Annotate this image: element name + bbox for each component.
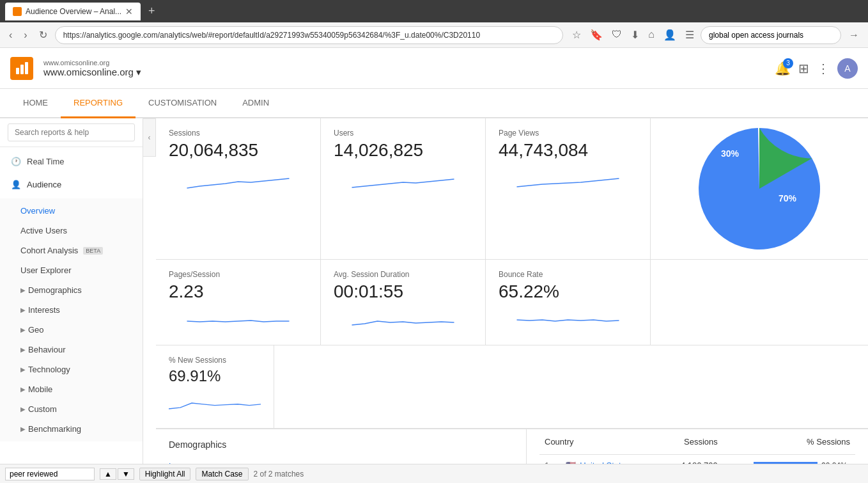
metrics-row-3: % New Sessions 69.91% [156,345,868,429]
metric-users: Users 14,026,825 [321,118,486,259]
sessions-label: Sessions [169,129,307,138]
pageviews-value: 44,743,084 [499,140,637,161]
find-input[interactable] [5,468,95,480]
tab-close-icon[interactable]: ✕ [125,6,133,17]
back-button[interactable]: ‹ [5,27,16,44]
site-name[interactable]: www.omicsonline.org ▾ [43,67,764,78]
pageviews-chart [499,166,637,191]
metric-sessions: Sessions 20,064,835 [156,118,321,259]
beta-badge: BETA [83,247,103,255]
sidebar-item-geo[interactable]: ▶ Geo [0,320,143,340]
sidebar-item-technology[interactable]: ▶ Technology [0,360,143,379]
sessions-value: 20,064,835 [169,140,307,161]
refresh-button[interactable]: ↻ [35,26,51,44]
sidebar-item-audience[interactable]: 👤 Audience [0,173,143,196]
browser-tab[interactable]: Audience Overview – Anal... ✕ [5,3,141,20]
new-sessions-value: 69.91% [169,367,261,385]
notification-badge: 3 [783,58,793,68]
notifications-icon[interactable]: 🔔 3 [775,61,791,76]
avg-duration-value: 00:01:55 [334,281,472,302]
expand-arrow-icon: ▶ [20,326,26,333]
sidebar-interests-label: Interests [28,305,60,315]
user-icon[interactable]: 👤 [661,28,679,42]
sidebar-item-demographics[interactable]: ▶ Demographics [0,280,143,300]
users-label: Users [334,129,472,138]
tab-home[interactable]: HOME [10,89,61,118]
header-icons: 🔔 3 ⊞ ⋮ A [775,58,858,79]
svg-rect-2 [25,62,28,74]
expand-arrow-icon: ▶ [20,386,26,393]
new-tab-button[interactable]: + [144,4,159,18]
download-icon[interactable]: ⬇ [628,28,642,42]
star-icon[interactable]: ☆ [570,28,584,42]
sidebar-search-container [0,118,143,147]
sidebar-item-active-users[interactable]: Active Users [0,221,143,241]
match-case-button[interactable]: Match Case [196,468,248,480]
metric-pageviews: Page Views 44,743,084 [486,118,651,259]
metric-bounce-rate: Bounce Rate 65.22% [486,260,651,345]
forward-button[interactable]: › [20,27,31,44]
sidebar-overview-label: Overview [20,206,55,216]
pages-per-session-label: Pages/Session [169,270,307,279]
highlight-all-button[interactable]: Highlight All [139,468,191,480]
metrics-row-2: Pages/Session 2.23 Avg. Session Duration… [156,260,868,345]
sidebar-item-behaviour[interactable]: ▶ Behaviour [0,340,143,360]
bottom-search-bar: ▲ ▼ Highlight All Match Case 2 of 2 matc… [0,464,868,483]
dropdown-arrow-icon: ▾ [136,67,141,78]
more-options-icon[interactable]: ⋮ [817,61,830,76]
sidebar-custom-label: Custom [28,404,57,414]
browser-search-input[interactable] [701,26,841,44]
sidebar-item-user-explorer[interactable]: User Explorer [0,260,143,280]
metric-new-sessions: % New Sessions 69.91% [156,345,274,428]
sidebar-item-custom[interactable]: ▶ Custom [0,399,143,419]
spacer [651,260,868,345]
new-sessions-chart [169,390,261,416]
sessions-col-header: Sessions [664,429,723,455]
sidebar-item-interests[interactable]: ▶ Interests [0,300,143,320]
nav-tabs: HOME REPORTING CUSTOMISATION ADMIN [0,89,868,118]
bookmark-icon[interactable]: 🔖 [587,28,605,42]
home-icon[interactable]: ⌂ [646,28,657,42]
address-bar[interactable] [55,26,564,44]
find-prev-button[interactable]: ▲ [100,468,116,480]
sidebar-item-mobile[interactable]: ▶ Mobile [0,379,143,399]
sidebar-collapse-button[interactable]: ‹ [143,118,156,157]
new-sessions-label: % New Sessions [169,356,261,365]
pages-per-session-value: 2.23 [169,281,307,302]
main-content: Sessions 20,064,835 Users 14,026,825 Pag… [156,118,868,482]
sidebar-cohort-label: Cohort Analysis [20,246,78,255]
metrics-row-1: Sessions 20,064,835 Users 14,026,825 Pag… [156,118,868,260]
sidebar-benchmarking-label: Benchmarking [28,424,81,434]
sidebar-item-overview[interactable]: Overview [0,201,143,221]
shield-icon[interactable]: 🛡 [609,28,624,42]
sidebar-user-explorer-label: User Explorer [20,265,71,275]
apps-icon[interactable]: ⊞ [798,61,809,76]
find-next-button[interactable]: ▼ [118,468,134,480]
bounce-rate-label: Bounce Rate [499,270,637,279]
sidebar-item-benchmarking[interactable]: ▶ Benchmarking [0,419,143,439]
svg-text:70%: 70% [779,193,797,203]
audience-icon: 👤 [10,178,22,190]
sidebar-behaviour-label: Behaviour [28,345,66,354]
duration-chart [334,307,472,333]
sidebar-audience-subitems: Overview Active Users Cohort Analysis BE… [0,198,143,441]
tab-admin[interactable]: ADMIN [229,89,282,118]
site-info: www.omicsonline.org www.omicsonline.org … [43,59,764,78]
browser-chrome: Audience Overview – Anal... ✕ + [0,0,868,22]
expand-arrow-icon: ▶ [20,425,26,432]
sidebar-item-cohort-analysis[interactable]: Cohort Analysis BETA [0,241,143,260]
browser-nav: ‹ › ↻ ☆ 🔖 🛡 ⬇ ⌂ 👤 ☰ → [0,22,868,48]
svg-text:30%: 30% [721,148,740,159]
sidebar-item-realtime[interactable]: 🕐 Real Time [0,150,143,173]
search-go-button[interactable]: → [845,27,863,44]
site-domain: www.omicsonline.org [43,59,764,67]
bottom-search-nav: ▲ ▼ [100,468,134,480]
bounce-chart [499,307,637,333]
pps-chart [169,307,307,333]
sidebar-search-input[interactable] [8,123,135,141]
tab-reporting[interactable]: REPORTING [61,89,136,118]
menu-icon[interactable]: ☰ [683,28,697,42]
tab-customisation[interactable]: CUSTOMISATION [136,89,229,118]
avatar[interactable]: A [837,58,858,79]
ga-logo [10,57,33,80]
